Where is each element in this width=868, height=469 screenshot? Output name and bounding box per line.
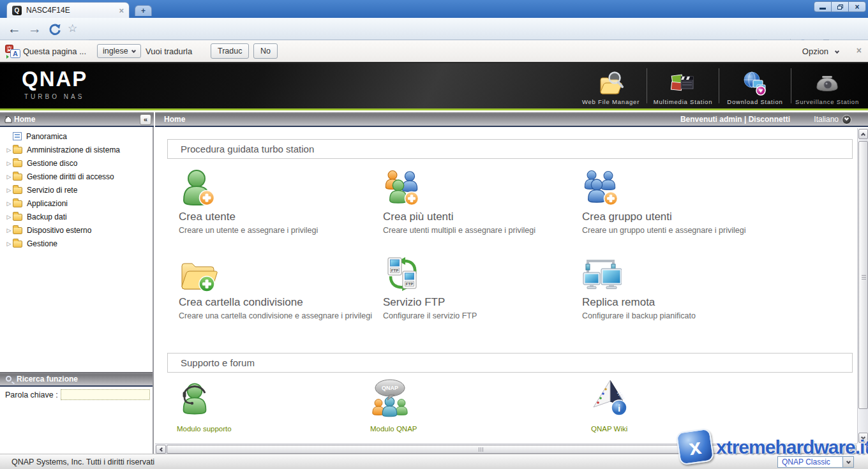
tab-strip: Q NASC4F14E × + × [0,0,868,18]
welcome-separator: | [744,115,746,124]
expander-icon[interactable]: ▷ [5,200,13,207]
scroll-left-button[interactable] [156,445,166,454]
reload-button[interactable] [47,22,61,39]
tab-close-icon[interactable]: × [119,6,124,15]
keyword-label: Parola chiave : [5,391,58,399]
keyword-input[interactable] [61,389,150,400]
wizard-item-cartella[interactable]: Crea cartella condivisione Creare una ca… [179,256,375,320]
back-button[interactable]: ← [8,20,21,38]
station-multimedia[interactable]: Multimedia Station [647,63,719,108]
restore-button[interactable] [831,1,849,12]
welcome-text: Benvenuti admin | Disconnetti [680,115,790,124]
station-web-file-manager[interactable]: Web File Manager [575,63,647,108]
wizard-item-crea-piu-utenti[interactable]: Crea più utenti Creare utenti multipli e… [383,169,580,235]
language-dropdown[interactable]: inglese [97,44,141,58]
expander-icon[interactable]: ▷ [5,160,13,167]
support-item-label[interactable]: Modulo supporto [177,425,317,433]
logout-link[interactable]: Disconnetti [749,115,790,124]
tree-label: Dispositivo esterno [27,226,91,235]
expander-icon[interactable]: ▷ [5,227,13,234]
folder-icon [13,187,22,194]
language-label: Italiano [814,115,839,124]
options-chevron-icon[interactable] [835,50,839,56]
create-multiple-users-icon [383,169,423,209]
svg-text:i: i [618,403,620,413]
sidebar-item-amministrazione[interactable]: ▷ Amministrazione di sistema [0,143,153,156]
sidebar-item-backup-dati[interactable]: ▷ Backup dati [0,210,153,223]
support-item-modulo-qnap[interactable]: QNAP Modulo QNAP [370,378,511,433]
tree-label: Backup dati [27,212,67,221]
search-icon [6,376,11,382]
folder-icon [13,200,22,207]
collapse-sidebar-button[interactable]: « [140,114,151,125]
language-selector-button[interactable] [842,115,851,124]
expander-icon[interactable]: ▷ [5,147,13,153]
browser-window: Q NASC4F14E × + × ← → ☆ http://28 :8080/… [0,0,868,469]
function-search-header: Ricerca funzione [0,372,153,387]
wizard-item-title[interactable]: Replica remota [582,296,779,309]
qnap-logo: QNAP [22,67,87,91]
wizard-item-desc: Configurare il servizio FTP [383,311,580,320]
forward-button[interactable]: → [28,20,41,38]
sidebar-item-gestione-disco[interactable]: ▷ Gestione disco [0,156,153,170]
wizard-item-crea-gruppo[interactable]: Crea gruppo utenti Creare un gruppo uten… [582,169,779,235]
minimize-button[interactable] [814,1,832,12]
main-panel: Procedura guidata turbo station Crea ute… [155,112,868,454]
sidebar-item-panoramica[interactable]: Panoramica [0,130,153,143]
sidebar-item-applicazioni[interactable]: ▷ Applicazioni [0,197,153,210]
function-search-title: Ricerca funzione [17,375,78,383]
restore-icon [837,4,843,10]
vertical-scrollbar-thumb[interactable] [858,141,868,409]
wizard-item-title[interactable]: Crea più utenti [383,211,580,223]
expander-icon[interactable]: ▷ [5,187,13,193]
tree-label: Applicazioni [27,199,68,208]
close-icon: × [855,3,859,11]
copyright-text: QNAP Systems, Inc. Tutti i diritti riser… [11,458,154,466]
browser-tab[interactable]: Q NASC4F14E × [6,2,130,18]
expander-icon[interactable]: ▷ [5,241,13,247]
wizard-item-title[interactable]: Servizio FTP [383,296,580,309]
xtremehardware-watermark: x xtremehardware.it › [671,429,868,462]
bookmark-star-icon[interactable]: ☆ [68,22,77,35]
translate-bar-close-icon[interactable]: × [857,45,862,56]
support-item-label[interactable]: Modulo QNAP [370,425,511,433]
options-menu[interactable]: Opzion [802,47,828,56]
wizard-item-title[interactable]: Crea gruppo utenti [582,211,779,223]
new-tab-button[interactable]: + [135,5,152,16]
wizard-item-title[interactable]: Crea cartella condivisione [179,296,375,309]
main-content: Procedura guidata turbo station Crea ute… [155,128,857,443]
station-label: Multimedia Station [654,98,713,105]
no-button[interactable]: No [253,43,278,59]
vertical-scrollbar[interactable] [857,128,868,443]
wizard-item-replica[interactable]: Replica remota Configurare il backup pia… [582,256,779,320]
create-user-icon [179,169,218,209]
tree-label: Servizio di rete [27,186,77,195]
scroll-up-button[interactable] [858,129,868,139]
sidebar-item-gestione[interactable]: ▷ Gestione [0,237,153,250]
qnap-header: QNAP TURBO NAS Web File Manager [0,63,868,110]
qnap-forum-icon: QNAP [370,378,410,419]
wizard-item-crea-utente[interactable]: Crea utente Creare un utente e assegnare… [179,169,375,235]
folder-icon [13,147,22,154]
expander-icon[interactable]: ▷ [5,174,13,180]
expander-icon[interactable]: ▷ [5,214,13,220]
station-download[interactable]: Download Station [719,63,791,108]
support-item-qnap-wiki[interactable]: Wiki i QNAP Wiki [591,378,731,433]
remote-replication-icon [582,256,622,294]
ftp-service-icon: FTP FTP [383,256,423,294]
support-item-modulo-supporto[interactable]: Modulo supporto [177,378,317,433]
folder-icon [13,227,22,234]
svg-text:FTP: FTP [391,269,398,272]
tree-label: Panoramica [26,132,67,141]
sidebar-item-diritti-accesso[interactable]: ▷ Gestione diritti di accesso [0,170,153,183]
close-button[interactable]: × [848,1,866,12]
wizard-item-ftp[interactable]: FTP FTP Servizio FTP Configurare il serv… [383,256,580,320]
wizard-item-title[interactable]: Crea utente [179,211,375,223]
station-surveillance[interactable]: Surveillance Station [791,63,863,108]
google-translate-icon: A [5,45,20,61]
sidebar-item-servizio-rete[interactable]: ▷ Servizio di rete [0,183,153,197]
minimize-icon [819,8,826,10]
tree-label: Amministrazione di sistema [27,145,120,154]
sidebar-item-dispositivo-esterno[interactable]: ▷ Dispositivo esterno [0,223,153,237]
translate-button[interactable]: Traduc [211,43,249,59]
